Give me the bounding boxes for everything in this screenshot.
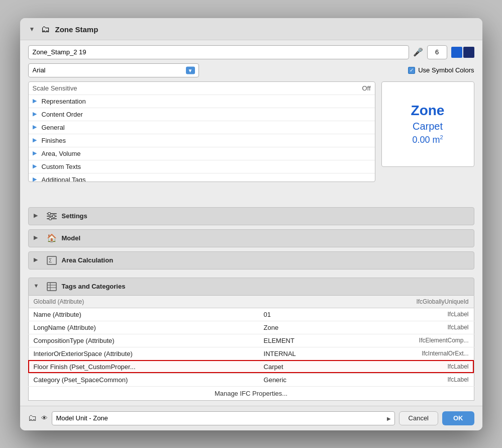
list-item[interactable]: ▶ Representation [29, 95, 375, 108]
settings-icon [46, 211, 58, 221]
property-list-panel: Scale Sensitive Off ▶ Representation ▶ C… [28, 81, 375, 203]
table-row[interactable]: LongName (Attribute) Zone IfcLabel [28, 321, 474, 334]
preview-panel: Zone Carpet 0.00 m2 [381, 81, 474, 203]
property-item-label: Area, Volume [42, 150, 81, 157]
row-col3: IfcLabel [345, 321, 474, 334]
col-header-type: IfcGloballyUniqueId [345, 296, 474, 308]
property-item-label: Scale Sensitive [33, 84, 77, 92]
eye-icon-wrapper: 👁 [41, 414, 48, 422]
sections-area: ▶ Settings ▶ 🏠 Model [28, 207, 474, 401]
property-item-label: Additional Tags [42, 176, 86, 182]
row-col2: Generic [259, 373, 346, 386]
row-col1: Name (Attribute) [28, 308, 259, 321]
svg-point-4 [52, 215, 55, 217]
preview-zone-title: Zone [411, 103, 445, 119]
table-row[interactable]: Category (Pset_SpaceCommon) Generic IfcL… [28, 373, 474, 386]
svg-point-3 [48, 212, 50, 215]
col-header-value [259, 296, 346, 308]
chevron-right-icon: ▶ [33, 124, 40, 131]
main-layout: Scale Sensitive Off ▶ Representation ▶ C… [28, 81, 474, 203]
list-item[interactable]: ▶ Content Order [29, 108, 375, 121]
title-bar: ▼ 🗂 Zone Stamp [20, 18, 482, 40]
chevron-right-icon: ▶ [33, 163, 40, 170]
row-col2: 01 [259, 308, 346, 321]
row-col3: IfcLabel [345, 360, 474, 373]
chevron-right-icon: ▶ [34, 234, 42, 242]
list-item[interactable]: ▶ General [29, 121, 375, 134]
color-button[interactable] [451, 45, 474, 59]
dialog-content: 🎤 Arial Helvetica Times New Roman ✓ Use … [20, 40, 482, 406]
use-symbol-colors-label: Use Symbol Colors [418, 66, 474, 74]
manage-ifc-properties-link[interactable]: Manage IFC Properties... [28, 387, 474, 401]
dialog: ▼ 🗂 Zone Stamp 🎤 Arial Helvetica Times N… [20, 18, 482, 430]
mic-icon[interactable]: 🎤 [413, 47, 423, 57]
section-model[interactable]: ▶ 🏠 Model [28, 229, 474, 247]
table-row[interactable]: InteriorOrExteriorSpace (Attribute) INTE… [28, 347, 474, 360]
font-select[interactable]: Arial Helvetica Times New Roman [28, 63, 199, 77]
section-tags-header[interactable]: ▼ Tags and Categories [28, 278, 474, 296]
row-col1: Category (Pset_SpaceCommon) [28, 373, 259, 386]
row-col3: IfcLabel [345, 373, 474, 386]
property-item-label: Content Order [42, 111, 83, 118]
row-col2: ELEMENT [259, 334, 346, 347]
tags-table-header-row: GlobalId (Attribute) IfcGloballyUniqueId [28, 296, 474, 308]
model-unit-select-wrapper: Model Unit - Zone [52, 411, 395, 425]
list-item-custom-texts[interactable]: ▶ Custom Texts [29, 160, 375, 173]
chevron-right-icon: ▶ [33, 176, 40, 182]
number-input[interactable] [427, 45, 447, 59]
font-select-wrapper: Arial Helvetica Times New Roman [28, 63, 199, 77]
chevron-right-icon: ▶ [33, 137, 40, 144]
chevron-right-icon: ▶ [33, 98, 40, 105]
chevron-down-icon: ▼ [34, 283, 42, 291]
color-swatch-navy [463, 47, 474, 58]
row-col1: Floor Finish (Pset_CustomProper... [28, 360, 259, 373]
col-header-globalid: GlobalId (Attribute) [28, 296, 259, 308]
title-icon: 🗂 [41, 24, 50, 35]
chevron-right-icon: ▶ [33, 150, 40, 157]
property-item-label: Finishes [42, 137, 66, 144]
preview-area-value: 0.00 m [412, 135, 440, 145]
cancel-button[interactable]: Cancel [399, 411, 438, 425]
tags-table: GlobalId (Attribute) IfcGloballyUniqueId… [28, 296, 474, 387]
ok-button[interactable]: OK [442, 411, 474, 425]
use-symbol-colors-checkbox[interactable]: ✓ [408, 67, 415, 74]
top-controls-row: 🎤 [28, 45, 474, 59]
property-item-label: Representation [42, 98, 86, 105]
bottom-bar: 🗂 👁 Model Unit - Zone Cancel OK [20, 406, 482, 430]
svg-text:Σ: Σ [49, 258, 52, 263]
list-item[interactable]: ▶ Additional Tags [29, 173, 375, 182]
list-item[interactable]: ▶ Finishes [29, 134, 375, 147]
row-col2: INTERNAL [259, 347, 346, 360]
section-area-calculation[interactable]: ▶ Σ Area Calculation [28, 251, 474, 270]
model-unit-select[interactable]: Model Unit - Zone [52, 411, 395, 425]
title-chevron-icon: ▼ [28, 25, 36, 33]
chevron-right-icon: ▶ [34, 212, 42, 220]
list-item[interactable]: Scale Sensitive Off [29, 82, 375, 95]
table-row-floor-finish[interactable]: Floor Finish (Pset_CustomProper... Carpe… [28, 360, 474, 373]
section-settings[interactable]: ▶ Settings [28, 207, 474, 225]
row-col1: LongName (Attribute) [28, 321, 259, 334]
zone-name-input[interactable] [28, 45, 409, 59]
tags-label: Tags and Categories [62, 283, 126, 290]
table-row[interactable]: Name (Attribute) 01 IfcLabel [28, 308, 474, 321]
row-col3: IfcElementComp... [345, 334, 474, 347]
preview-zone-area: 0.00 m2 [412, 134, 443, 145]
bottom-stack-icon: 🗂 [28, 413, 37, 423]
eye-icon: 👁 [41, 414, 48, 422]
chevron-right-icon: ▶ [34, 256, 42, 264]
area-calculation-label: Area Calculation [62, 256, 114, 264]
preview-box: Zone Carpet 0.00 m2 [381, 81, 474, 167]
use-symbol-colors-group: ✓ Use Symbol Colors [408, 66, 474, 74]
list-item[interactable]: ▶ Area, Volume [29, 147, 375, 160]
dialog-title: Zone Stamp [55, 25, 98, 34]
row-col3: IfcInternalOrExt... [345, 347, 474, 360]
svg-point-5 [49, 217, 51, 220]
svg-rect-8 [47, 283, 56, 291]
settings-label: Settings [62, 212, 87, 220]
table-row[interactable]: CompositionType (Attribute) ELEMENT IfcE… [28, 334, 474, 347]
model-label: Model [62, 234, 81, 242]
preview-area-superscript: 2 [440, 134, 443, 140]
property-item-label: Custom Texts [42, 163, 81, 170]
property-list-scroll[interactable]: Scale Sensitive Off ▶ Representation ▶ C… [29, 82, 375, 182]
row-col2: Carpet [259, 360, 346, 373]
